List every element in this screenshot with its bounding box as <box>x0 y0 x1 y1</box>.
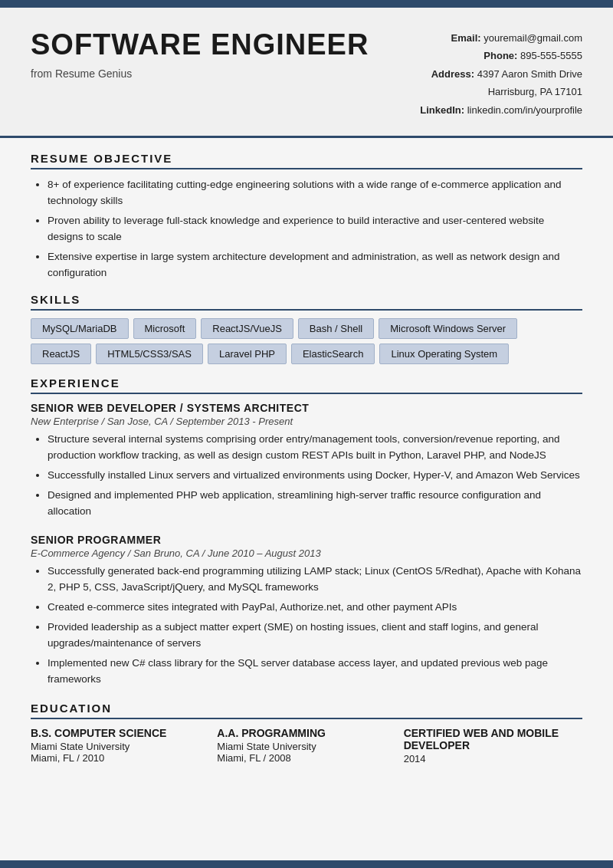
objective-list: 8+ of experience facilitating cutting-ed… <box>31 177 582 281</box>
job-bullets-2: Successfully generated back-end programm… <box>31 564 582 687</box>
skill-tag: Laravel PHP <box>208 344 287 364</box>
job-title-1: SENIOR WEB DEVELOPER / SYSTEMS ARCHITECT <box>31 402 582 414</box>
skill-tag: ReactJS/VueJS <box>201 318 293 339</box>
list-item: Proven ability to leverage full-stack kn… <box>48 213 582 245</box>
edu-degree-3: CERTIFIED WEB AND MOBILE DEVELOPER <box>404 727 582 751</box>
phone-value: 895-555-5555 <box>520 50 582 61</box>
education-grid: B.S. COMPUTER SCIENCE Miami State Univer… <box>31 727 582 764</box>
main-content: RESUME OBJECTIVE 8+ of experience facili… <box>0 138 613 800</box>
address-value2: Harrisburg, PA 17101 <box>488 86 582 97</box>
edu-item-1: B.S. COMPUTER SCIENCE Miami State Univer… <box>31 727 209 764</box>
edu-item-2: A.A. PROGRAMMING Miami State University … <box>217 727 395 764</box>
address-value1: 4397 Aaron Smith Drive <box>477 68 582 80</box>
edu-year-3: 2014 <box>404 753 582 764</box>
edu-school-2: Miami State University <box>217 741 395 752</box>
skill-tag: MySQL/MariaDB <box>31 318 129 339</box>
edu-degree-2: A.A. PROGRAMMING <box>217 727 395 739</box>
skill-tag: HTML5/CSS3/SAS <box>96 344 203 364</box>
linkedin-line: LinkedIn: linkedin.com/in/yourprofile <box>383 101 582 119</box>
experience-section: EXPERIENCE SENIOR WEB DEVELOPER / SYSTEM… <box>31 376 582 687</box>
list-item: Extensive expertise in large system arch… <box>48 249 582 281</box>
header-subtitle: from Resume Genius <box>31 67 369 80</box>
email-line: Email: youremail@gmail.com <box>383 29 582 47</box>
list-item: Successfully generated back-end programm… <box>48 564 582 596</box>
linkedin-value: linkedin.com/in/yourprofile <box>467 104 582 116</box>
edu-degree-1: B.S. COMPUTER SCIENCE <box>31 727 209 739</box>
list-item: 8+ of experience facilitating cutting-ed… <box>48 177 582 209</box>
address-line: Address: 4397 Aaron Smith Drive Harrisbu… <box>383 65 582 101</box>
list-item: Implemented new C# class library for the… <box>48 656 582 688</box>
linkedin-label: LinkedIn: <box>420 104 464 116</box>
job-subtitle-2: E-Commerce Agency / San Bruno, CA / June… <box>31 547 582 559</box>
list-item: Designed and implemented PHP web applica… <box>48 488 582 520</box>
top-bar <box>0 0 613 8</box>
resume-wrapper: SOFTWARE ENGINEER from Resume Genius Ema… <box>0 0 613 868</box>
skills-row-1: MySQL/MariaDB Microsoft ReactJS/VueJS Ba… <box>31 318 582 339</box>
job-bullets-1: Structure several internal systems compr… <box>31 432 582 520</box>
edu-item-3: CERTIFIED WEB AND MOBILE DEVELOPER 2014 <box>404 727 582 764</box>
skill-tag: ElasticSearch <box>291 344 375 364</box>
list-item: Successfully installed Linux servers and… <box>48 468 582 484</box>
header-left: SOFTWARE ENGINEER from Resume Genius <box>31 29 369 80</box>
job-block-1: SENIOR WEB DEVELOPER / SYSTEMS ARCHITECT… <box>31 402 582 520</box>
job-subtitle-1: New Enterprise / San Jose, CA / Septembe… <box>31 416 582 427</box>
edu-school-1: Miami State University <box>31 741 209 752</box>
bottom-bar <box>0 860 613 868</box>
address-label: Address: <box>431 68 474 80</box>
skill-tag: Bash / Shell <box>298 318 374 339</box>
email-value: youremail@gmail.com <box>484 32 582 44</box>
experience-title: EXPERIENCE <box>31 376 582 394</box>
skills-section: SKILLS MySQL/MariaDB Microsoft ReactJS/V… <box>31 293 582 364</box>
list-item: Created e-commerce sites integrated with… <box>48 600 582 616</box>
skill-tag: Microsoft <box>133 318 197 339</box>
job-block-2: SENIOR PROGRAMMER E-Commerce Agency / Sa… <box>31 534 582 687</box>
skill-tag: Linux Operating System <box>379 344 509 364</box>
edu-detail-1: Miami, FL / 2010 <box>31 752 209 764</box>
skills-title: SKILLS <box>31 293 582 311</box>
header-section: SOFTWARE ENGINEER from Resume Genius Ema… <box>0 8 613 138</box>
skill-tag: ReactJS <box>31 344 91 364</box>
job-title-2: SENIOR PROGRAMMER <box>31 534 582 546</box>
phone-line: Phone: 895-555-5555 <box>383 47 582 64</box>
email-label: Email: <box>451 32 481 44</box>
skill-tag: Microsoft Windows Server <box>379 318 517 339</box>
phone-label: Phone: <box>484 50 517 61</box>
header-title: SOFTWARE ENGINEER <box>31 29 369 61</box>
objective-title: RESUME OBJECTIVE <box>31 152 582 169</box>
skills-row-2: ReactJS HTML5/CSS3/SAS Laravel PHP Elast… <box>31 344 582 364</box>
education-section: EDUCATION B.S. COMPUTER SCIENCE Miami St… <box>31 702 582 764</box>
edu-detail-2: Miami, FL / 2008 <box>217 752 395 764</box>
list-item: Provided leadership as a subject matter … <box>48 620 582 652</box>
objective-section: RESUME OBJECTIVE 8+ of experience facili… <box>31 152 582 281</box>
header-contact: Email: youremail@gmail.com Phone: 895-55… <box>383 29 582 119</box>
education-title: EDUCATION <box>31 702 582 719</box>
list-item: Structure several internal systems compr… <box>48 432 582 464</box>
